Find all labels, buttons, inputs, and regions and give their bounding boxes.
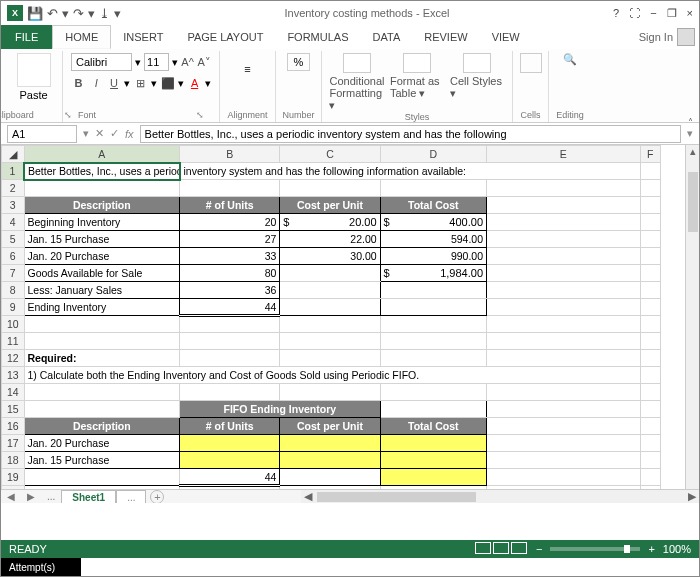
- view-mode-buttons[interactable]: [474, 542, 528, 556]
- col-header-b[interactable]: B: [180, 146, 280, 163]
- help-icon[interactable]: ?: [613, 7, 619, 20]
- cell[interactable]: [180, 435, 280, 452]
- cell[interactable]: 44: [180, 469, 280, 486]
- bold-button[interactable]: B: [71, 75, 86, 91]
- cell[interactable]: Description: [24, 197, 180, 214]
- enter-formula-icon[interactable]: ✓: [110, 127, 119, 140]
- sheet-tab-sheet1[interactable]: Sheet1: [61, 490, 116, 504]
- tab-data[interactable]: DATA: [361, 25, 413, 49]
- border-button[interactable]: ⊞: [133, 75, 148, 91]
- cell[interactable]: [280, 452, 380, 469]
- cell[interactable]: 80: [180, 265, 280, 282]
- vertical-scrollbar[interactable]: ▴: [685, 145, 699, 489]
- cell[interactable]: 27: [180, 231, 280, 248]
- cell[interactable]: 33: [180, 248, 280, 265]
- col-header-f[interactable]: F: [640, 146, 661, 163]
- redo-icon[interactable]: ↷: [73, 6, 84, 21]
- horizontal-scrollbar[interactable]: ◀▶: [301, 489, 699, 503]
- col-header-d[interactable]: D: [380, 146, 486, 163]
- shrink-font-icon[interactable]: A˅: [197, 54, 211, 70]
- tab-home[interactable]: HOME: [52, 25, 111, 49]
- cell[interactable]: [380, 282, 486, 299]
- name-box[interactable]: A1: [7, 125, 77, 143]
- minimize-button[interactable]: −: [650, 7, 656, 20]
- cell[interactable]: 1) Calculate both the Ending Inventory a…: [24, 367, 640, 384]
- cell[interactable]: [380, 469, 486, 486]
- cell[interactable]: [380, 299, 486, 316]
- row-header[interactable]: 5: [2, 231, 25, 248]
- cell[interactable]: Jan. 20 Purchase: [24, 248, 180, 265]
- tab-view[interactable]: VIEW: [480, 25, 532, 49]
- cell[interactable]: [280, 299, 380, 316]
- cell[interactable]: Less: January Sales: [24, 282, 180, 299]
- underline-button[interactable]: U: [107, 75, 122, 91]
- cell[interactable]: $400.00: [380, 214, 486, 231]
- row-header[interactable]: 15: [2, 401, 25, 418]
- cell[interactable]: Total Cost: [380, 418, 486, 435]
- cell[interactable]: Goods Available for Sale: [24, 265, 180, 282]
- cell[interactable]: [280, 282, 380, 299]
- cell[interactable]: [280, 435, 380, 452]
- cell[interactable]: [380, 435, 486, 452]
- cell[interactable]: 594.00: [380, 231, 486, 248]
- alignment-buttons[interactable]: ≡: [233, 53, 263, 85]
- add-sheet-button[interactable]: +: [150, 490, 164, 504]
- cell[interactable]: Jan. 20 Purchase: [24, 435, 180, 452]
- cell-a1[interactable]: Better Bottles, Inc., uses a periodic: [24, 163, 180, 180]
- cells-button[interactable]: [520, 53, 542, 73]
- fx-icon[interactable]: fx: [125, 128, 134, 140]
- row-header[interactable]: 19: [2, 469, 25, 486]
- cell[interactable]: $20.00: [280, 214, 380, 231]
- cell-styles-button[interactable]: Cell Styles ▾: [450, 53, 504, 112]
- cell[interactable]: [280, 265, 380, 282]
- percent-button[interactable]: %: [287, 53, 311, 71]
- italic-button[interactable]: I: [89, 75, 104, 91]
- cell[interactable]: # of Units: [180, 197, 280, 214]
- tab-formulas[interactable]: FORMULAS: [275, 25, 360, 49]
- row-header[interactable]: 10: [2, 316, 25, 333]
- undo-icon[interactable]: ↶: [47, 6, 58, 21]
- cell[interactable]: [180, 452, 280, 469]
- close-button[interactable]: ×: [687, 7, 693, 20]
- tab-review[interactable]: REVIEW: [412, 25, 479, 49]
- cell[interactable]: 30.00: [280, 248, 380, 265]
- cell[interactable]: 990.00: [380, 248, 486, 265]
- row-header[interactable]: 2: [2, 180, 25, 197]
- row-header[interactable]: 14: [2, 384, 25, 401]
- sign-in[interactable]: Sign In: [635, 25, 699, 49]
- cell[interactable]: Description: [24, 418, 180, 435]
- zoom-level[interactable]: 100%: [663, 543, 691, 555]
- col-header-a[interactable]: A: [24, 146, 180, 163]
- tab-nav-next-icon[interactable]: ▶: [21, 491, 41, 502]
- format-as-table-button[interactable]: Format as Table ▾: [390, 53, 444, 112]
- conditional-formatting-button[interactable]: Conditional Formatting ▾: [330, 53, 384, 112]
- tab-page-layout[interactable]: PAGE LAYOUT: [175, 25, 275, 49]
- font-name-select[interactable]: Calibri: [71, 53, 132, 71]
- cell-b1[interactable]: inventory system and has the following i…: [180, 163, 640, 180]
- row-header[interactable]: 9: [2, 299, 25, 316]
- cell[interactable]: 22.00: [280, 231, 380, 248]
- font-color-button[interactable]: A: [187, 75, 202, 91]
- row-header[interactable]: 13: [2, 367, 25, 384]
- row-header[interactable]: 4: [2, 214, 25, 231]
- cell[interactable]: Cost per Unit: [280, 418, 380, 435]
- select-all-button[interactable]: ◢: [2, 146, 25, 163]
- cell[interactable]: Beginning Inventory: [24, 214, 180, 231]
- cell[interactable]: 36: [180, 282, 280, 299]
- cancel-formula-icon[interactable]: ✕: [95, 127, 104, 140]
- fill-color-button[interactable]: ⬛: [160, 75, 175, 91]
- row-header[interactable]: 18: [2, 452, 25, 469]
- row-header[interactable]: 3: [2, 197, 25, 214]
- col-header-e[interactable]: E: [487, 146, 640, 163]
- row-header[interactable]: 16: [2, 418, 25, 435]
- customize-qat-icon[interactable]: ⤓: [99, 6, 110, 21]
- restore-button[interactable]: ❐: [667, 7, 677, 20]
- cell[interactable]: Jan. 15 Purchase: [24, 452, 180, 469]
- row-header[interactable]: 7: [2, 265, 25, 282]
- zoom-out-button[interactable]: −: [536, 543, 542, 555]
- cell[interactable]: [280, 469, 380, 486]
- save-icon[interactable]: 💾: [27, 6, 43, 21]
- row-header[interactable]: 6: [2, 248, 25, 265]
- paste-label[interactable]: Paste: [19, 89, 47, 101]
- ribbon-display-icon[interactable]: ⛶: [629, 7, 640, 20]
